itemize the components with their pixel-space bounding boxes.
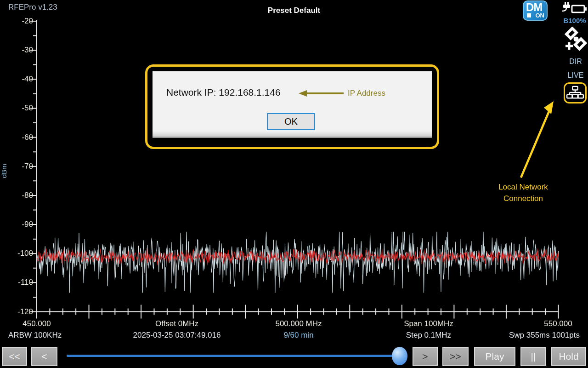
pause-button[interactable]: || [520,347,546,366]
span-label: Span 100MHz [383,319,475,328]
network-connection-highlight [564,82,587,104]
fast-forward-button[interactable]: >> [442,347,469,366]
playback-slider-thumb[interactable] [392,347,407,365]
ok-button[interactable]: OK [267,113,315,130]
stop-frequency-label: 550.000 [531,319,586,328]
y-axis-label: -90 [6,220,33,229]
play-button[interactable]: Play [474,347,515,366]
network-ip-dialog: Network IP: 192.168.1.146 OK [153,71,432,137]
y-axis-label: -100 [6,249,33,258]
ip-address-arrow [298,88,345,98]
ip-address-annotation: IP Address [348,89,385,98]
dm-icon-square [527,13,531,17]
y-axis-label: -110 [6,278,33,287]
step-forward-button[interactable]: > [413,347,438,366]
record-position-label: 9/60 min [253,331,345,340]
local-network-annotation-line1: Local Network [487,181,560,193]
start-frequency-label: 450.000 [9,319,64,328]
sweep-info-label: Swp 355ms 1001pts [509,331,580,340]
y-axis-label: -80 [6,191,33,200]
playback-slider-track[interactable] [67,355,401,357]
battery-percent-label: B100% [561,17,588,24]
dm-mode-icon[interactable]: DM ON [523,0,548,21]
hold-button[interactable]: Hold [551,347,586,366]
y-axis-unit-label: dBm [0,157,10,185]
rbw-label: ARBW 100KHz [8,331,62,340]
step-back-button[interactable]: < [31,347,57,366]
offset-label: Offset 0MHz [131,319,223,328]
step-label: Step 0.1MHz [383,331,475,340]
local-network-icon[interactable] [566,86,584,100]
spectrum-plot [0,0,588,348]
dialog-message: Network IP: 192.168.1.146 [166,87,281,98]
y-axis-label: -120 [6,307,33,316]
y-axis-label: -60 [6,133,33,142]
dir-mode-label[interactable]: DIR [564,58,587,66]
battery-icon [561,2,588,16]
y-axis-label: -40 [6,75,33,84]
rewind-button[interactable]: << [2,347,27,366]
timestamp-label: 2025-03-25 03:07:49.016 [131,331,223,340]
antenna-connector-icon[interactable] [564,27,588,55]
y-axis-label: -20 [6,17,33,26]
y-axis-label: -70 [6,162,33,171]
y-axis-label: -50 [6,104,33,113]
local-network-annotation-line2: Connection [487,193,560,204]
center-frequency-label: 500.000 MHz [253,319,345,328]
spectrum-analyzer-app: -20-30-40-50-60-70-80-90-100-110-120 RFE… [0,0,588,368]
live-mode-label[interactable]: LIVE [562,71,588,80]
local-network-arrow [514,100,560,179]
y-axis-label: -30 [6,46,33,55]
dm-icon-on-text: ON [536,12,545,19]
local-network-annotation: Local Network Connection [487,181,560,204]
preset-title: Preset Default [0,6,588,15]
